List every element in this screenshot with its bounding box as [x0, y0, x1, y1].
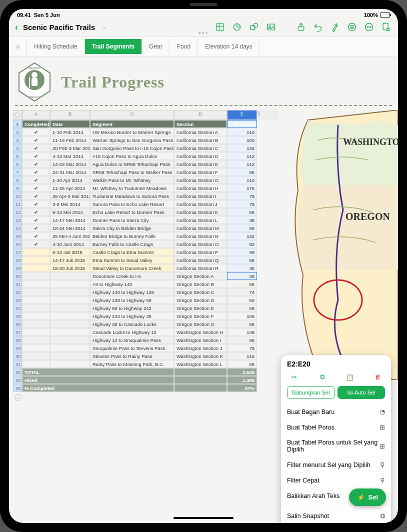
divider — [15, 105, 392, 106]
svg-rect-4 — [250, 26, 254, 30]
spreadsheet[interactable]: A B C D E ∥ 1CompletedDateSegmentSection… — [13, 110, 278, 401]
svg-rect-21 — [32, 78, 38, 86]
table-row[interactable]: 22Highway 140 to Highway 138Oregon Secti… — [13, 288, 278, 296]
menu-item[interactable]: Buat Bagan Baru◔ — [287, 404, 385, 420]
new-sheet-icon[interactable] — [380, 21, 392, 33]
back-button[interactable]: ‹ — [15, 22, 18, 32]
menu-item[interactable]: Filter menurut Sel yang Dipilih⚲ — [287, 457, 385, 472]
menu-snapshot[interactable]: Salin Snapshot⧉ — [287, 508, 385, 523]
menu-item[interactable]: Buat Tabel Poros⊞ — [287, 420, 385, 435]
status-bar: 09.41 Sen 5 Jun 100% — [9, 9, 398, 18]
shapes-icon[interactable] — [248, 21, 260, 33]
table-row[interactable]: 8✔1-10 Apr 2014Walker Pass to Mt. Whitne… — [13, 176, 278, 184]
copy-icon[interactable]: ⧉ — [315, 372, 329, 382]
clock: 09.41 — [17, 12, 31, 18]
svg-point-14 — [367, 26, 368, 28]
column-headers[interactable]: A B C D E ∥ — [13, 110, 278, 120]
svg-text:OREGON: OREGON — [346, 211, 390, 222]
svg-rect-0 — [216, 24, 224, 30]
snapshot-icon: ⧉ — [380, 512, 385, 520]
table-row[interactable]: 20Donomore Creek to I-5Oregon Section A2… — [13, 272, 278, 280]
selection-range: E2:E20 — [287, 360, 385, 368]
table-row[interactable]: 25Highway 242 to Highway 35Oregon Sectio… — [13, 312, 278, 320]
table-row[interactable]: 30Stevens Pass to Rainy PassWashington S… — [13, 352, 278, 360]
table-row[interactable]: 2✔1-10 Feb 2014US-Mexico Border to Warne… — [13, 128, 278, 136]
battery-pct: 100% — [364, 12, 378, 18]
document-title[interactable]: Scenic Pacific Trails — [23, 23, 95, 32]
tab-trail-segments[interactable]: Trail Segments — [85, 39, 142, 54]
svg-point-15 — [368, 26, 370, 28]
svg-text:TRAILS: TRAILS — [29, 96, 40, 98]
table-row[interactable]: 12✔9-13 Mei 2014Echo Lake Resort to Donn… — [13, 208, 278, 216]
table-row[interactable]: 27Cascade Locks to Highway 12Washington … — [13, 328, 278, 336]
table-icon[interactable] — [214, 21, 226, 33]
svg-text:PACIFIC: PACIFIC — [28, 66, 40, 70]
menu-item[interactable]: Buat Tabel Poros untuk Sel yang Dipilih⊞ — [287, 435, 385, 457]
table-row[interactable]: 24Highway 58 to Highway 242Oregon Sectio… — [13, 304, 278, 312]
table-row[interactable]: 29Snoqualmie Pass to Stevens PassWashing… — [13, 344, 278, 352]
delete-icon[interactable]: 🗑 — [371, 372, 385, 382]
sheet-tabs: ＋ Hiking ScheduleTrail SegmentsGearFoodE… — [9, 36, 398, 57]
table-row[interactable]: 16✔4-10 Juni 2014Burney Falls to Castle … — [13, 240, 278, 248]
table-row[interactable]: 10✔26 Apr-2 Mei 2014Tuolumne Meadows to … — [13, 192, 278, 200]
table-row[interactable]: 31Rainy Pass to Manning Park, B.C.Washin… — [13, 360, 278, 368]
table-row[interactable]: 4✔20 Feb-3 Mar 2014San Gorgonio Pass to … — [13, 144, 278, 152]
summary-row: 33Hiked1.495 — [13, 376, 278, 384]
home-indicator[interactable] — [174, 517, 234, 519]
cut-icon[interactable]: ✂ — [287, 372, 301, 382]
table-row[interactable]: 21I-5 to Highway 140Oregon Section B55 — [13, 280, 278, 288]
table-row[interactable]: 1918-20 Juli 2015Seiad Valley to Donomor… — [13, 264, 278, 272]
table-row[interactable]: 28Highway 12 to Snoqualmie PassWashingto… — [13, 336, 278, 344]
device-notch — [190, 3, 218, 6]
formula-handle[interactable]: = — [15, 394, 22, 401]
undo-icon[interactable] — [312, 21, 324, 33]
tab-elevation-14-days[interactable]: Elevation 14 days — [198, 39, 260, 54]
format-icon[interactable] — [329, 21, 341, 33]
merge-cells-button[interactable]: Gabungkan Sel — [287, 386, 334, 399]
summary-row: 32TOTAL2.645 — [13, 368, 278, 376]
paste-icon[interactable]: 📋 — [343, 372, 357, 382]
chart-icon[interactable] — [231, 21, 243, 33]
table-row[interactable]: 3✔11-19 Feb 2014Warner Springs to San Go… — [13, 136, 278, 144]
status-date: Sen 5 Jun — [34, 12, 60, 18]
table-row[interactable]: 14✔18-24 Mei 2014Sierra City to Belden B… — [13, 224, 278, 232]
summary-row: 35% Completed57% — [13, 384, 278, 392]
autofill-button[interactable]: Isi-Auto Sel — [338, 386, 385, 399]
map-illustration: WASHINGTON OREGON — [288, 110, 398, 380]
tab-gear[interactable]: Gear — [142, 39, 170, 54]
table-row[interactable]: 15✔25 Mei-4 Juni 2014Belden Bridge to Bu… — [13, 232, 278, 240]
trail-logo: PACIFICTRAILS — [17, 62, 52, 102]
table-row[interactable]: 175-13 Juli 2015Castle Crags to Etna Sum… — [13, 248, 278, 256]
table-row[interactable]: 26Highway 35 to Cascade LocksOregon Sect… — [13, 320, 278, 328]
title-chevron-icon[interactable]: ⌄ — [102, 24, 106, 30]
add-sheet-button[interactable]: ＋ — [9, 36, 27, 56]
table-row[interactable]: 5✔4-13 Mar 2014I-15 Cajon Pass to Agua D… — [13, 152, 278, 160]
organize-icon[interactable] — [346, 21, 358, 33]
tab-hiking-schedule[interactable]: Hiking Schedule — [27, 39, 85, 54]
svg-point-16 — [370, 26, 372, 28]
table-row[interactable]: 7✔24-31 Mar 2014SR58 Tehachapi Pass to W… — [13, 168, 278, 176]
table-row[interactable]: 6✔14-23 Mar 2014Agua Dulce to SR58 Tehac… — [13, 160, 278, 168]
more-icon[interactable] — [363, 21, 375, 33]
table-row[interactable]: 1814-17 Juli 2015Etna Summit to Seiad Va… — [13, 256, 278, 264]
multitask-dots[interactable]: ••• — [198, 29, 209, 37]
menu-item[interactable]: Filter Cepat⚲ — [287, 472, 385, 488]
page-title: Trail Progress — [61, 73, 164, 92]
cell-fab[interactable]: ⚡ Sel — [349, 488, 386, 506]
share-icon[interactable] — [295, 21, 307, 33]
svg-point-20 — [32, 72, 38, 78]
table-row[interactable]: 9✔11-25 Apr 2014Mt. Whitney to Tuolumne … — [13, 184, 278, 192]
table-row[interactable]: 11✔3-8 Mei 2014Sonora Pass to Echo Lake … — [13, 200, 278, 208]
media-icon[interactable] — [265, 21, 277, 33]
tab-food[interactable]: Food — [170, 39, 198, 54]
table-row[interactable]: 13✔14-17 Mei 2014Donner Pass to Sierra C… — [13, 216, 278, 224]
battery-icon — [380, 12, 390, 18]
table-row[interactable]: 23Highway 138 to Highway 58Oregon Sectio… — [13, 296, 278, 304]
svg-text:WASHINGTON: WASHINGTON — [343, 137, 398, 147]
bolt-icon: ⚡ — [357, 494, 365, 501]
